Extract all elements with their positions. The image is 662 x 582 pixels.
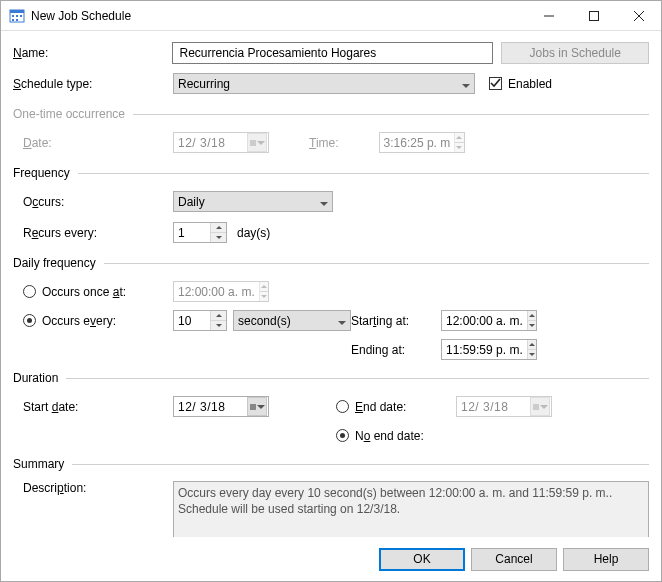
date-label: Date: <box>23 136 173 150</box>
time-label: Time: <box>309 136 339 150</box>
spin-up-icon[interactable] <box>211 223 226 232</box>
recurs-every-label: Recurs every: <box>23 226 173 240</box>
window: New Job Schedule Name: Jobs in Schedule … <box>0 0 662 582</box>
help-button[interactable]: Help <box>563 548 649 571</box>
app-icon <box>9 8 25 24</box>
occurs-every-unit-select[interactable]: second(s) <box>233 310 351 331</box>
onetime-date-picker: 12/ 3/18 <box>173 132 269 153</box>
end-date-picker: 12/ 3/18 <box>456 396 552 417</box>
spin-down-icon[interactable] <box>211 232 226 242</box>
radio-icon <box>336 429 349 442</box>
description-label: Description: <box>23 481 173 495</box>
occurs-once-time-spinner: 12:00:00 a. m. <box>173 281 269 302</box>
start-date-label: Start date: <box>23 400 173 414</box>
group-daily-frequency-title: Daily frequency <box>13 256 96 270</box>
window-title: New Job Schedule <box>31 9 526 23</box>
group-one-time-title: One-time occurrence <box>13 107 125 121</box>
group-summary-title: Summary <box>13 457 64 471</box>
chevron-down-icon <box>320 195 328 209</box>
svg-rect-6 <box>16 19 18 21</box>
divider <box>133 114 649 115</box>
recurs-every-value: 1 <box>174 226 210 240</box>
no-end-date-radio[interactable]: No end date: <box>336 429 424 443</box>
footer: OK Cancel Help <box>1 537 661 581</box>
svg-rect-2 <box>12 15 14 17</box>
svg-line-10 <box>634 11 644 21</box>
calendar-dropdown-icon <box>530 397 550 416</box>
checkbox-icon <box>489 77 502 90</box>
enabled-label: Enabled <box>508 77 552 91</box>
chevron-down-icon <box>338 314 346 328</box>
schedule-type-select[interactable]: Recurring <box>173 73 475 94</box>
ending-at-label: Ending at: <box>351 343 441 357</box>
spin-down-icon[interactable] <box>528 349 536 359</box>
cancel-button[interactable]: Cancel <box>471 548 557 571</box>
spin-down-icon[interactable] <box>528 320 536 330</box>
group-frequency-title: Frequency <box>13 166 70 180</box>
occurs-every-radio[interactable]: Occurs every: <box>23 314 173 328</box>
ending-at-value: 11:59:59 p. m. <box>442 343 527 357</box>
titlebar: New Job Schedule <box>1 1 661 31</box>
name-label: Name: <box>13 46 172 60</box>
start-date-picker[interactable]: 12/ 3/18 <box>173 396 269 417</box>
days-suffix: day(s) <box>237 226 270 240</box>
jobs-in-schedule-button: Jobs in Schedule <box>501 42 649 64</box>
schedule-type-value: Recurring <box>178 77 230 91</box>
onetime-date-value: 12/ 3/18 <box>174 136 247 150</box>
start-date-value: 12/ 3/18 <box>174 400 247 414</box>
maximize-button[interactable] <box>571 1 616 30</box>
radio-icon <box>23 285 36 298</box>
starting-at-label: Starting at: <box>351 314 441 328</box>
occurs-every-n-spinner[interactable]: 10 <box>173 310 227 331</box>
group-duration-title: Duration <box>13 371 58 385</box>
occurs-value: Daily <box>178 195 205 209</box>
ok-button[interactable]: OK <box>379 548 465 571</box>
ending-at-spinner[interactable]: 11:59:59 p. m. <box>441 339 537 360</box>
occurs-once-time-value: 12:00:00 a. m. <box>174 285 259 299</box>
end-date-radio[interactable]: End date: <box>336 400 456 414</box>
end-date-value: 12/ 3/18 <box>457 400 530 414</box>
calendar-dropdown-icon <box>247 133 267 152</box>
minimize-button[interactable] <box>526 1 571 30</box>
divider <box>104 263 649 264</box>
spin-down-icon[interactable] <box>211 320 226 330</box>
svg-rect-1 <box>10 10 24 13</box>
close-button[interactable] <box>616 1 661 30</box>
svg-rect-5 <box>12 19 14 21</box>
svg-rect-8 <box>589 11 598 20</box>
dialog-body: Name: Jobs in Schedule Schedule type: Re… <box>1 31 661 537</box>
divider <box>72 464 649 465</box>
occurs-every-n-value: 10 <box>174 314 210 328</box>
calendar-dropdown-icon <box>247 397 267 416</box>
onetime-time-spinner: 3:16:25 p. m <box>379 132 465 153</box>
occurs-every-unit-value: second(s) <box>238 314 291 328</box>
name-input[interactable] <box>172 42 493 64</box>
chevron-down-icon <box>462 77 470 91</box>
svg-rect-3 <box>16 15 18 17</box>
divider <box>66 378 649 379</box>
occurs-label: Occurs: <box>23 195 173 209</box>
enabled-checkbox[interactable]: Enabled <box>489 77 552 91</box>
occurs-select[interactable]: Daily <box>173 191 333 212</box>
recurs-every-spinner[interactable]: 1 <box>173 222 227 243</box>
svg-line-9 <box>634 11 644 21</box>
divider <box>78 173 649 174</box>
svg-rect-4 <box>20 15 22 17</box>
summary-textarea[interactable]: Occurs every day every 10 second(s) betw… <box>173 481 649 537</box>
spin-up-icon[interactable] <box>528 311 536 320</box>
radio-icon <box>336 400 349 413</box>
spin-up-icon[interactable] <box>211 311 226 320</box>
onetime-time-value: 3:16:25 p. m <box>380 136 455 150</box>
schedule-type-label: Schedule type: <box>13 77 173 91</box>
radio-icon <box>23 314 36 327</box>
starting-at-value: 12:00:00 a. m. <box>442 314 527 328</box>
occurs-once-at-radio[interactable]: Occurs once at: <box>23 285 173 299</box>
starting-at-spinner[interactable]: 12:00:00 a. m. <box>441 310 537 331</box>
spin-up-icon[interactable] <box>528 340 536 349</box>
